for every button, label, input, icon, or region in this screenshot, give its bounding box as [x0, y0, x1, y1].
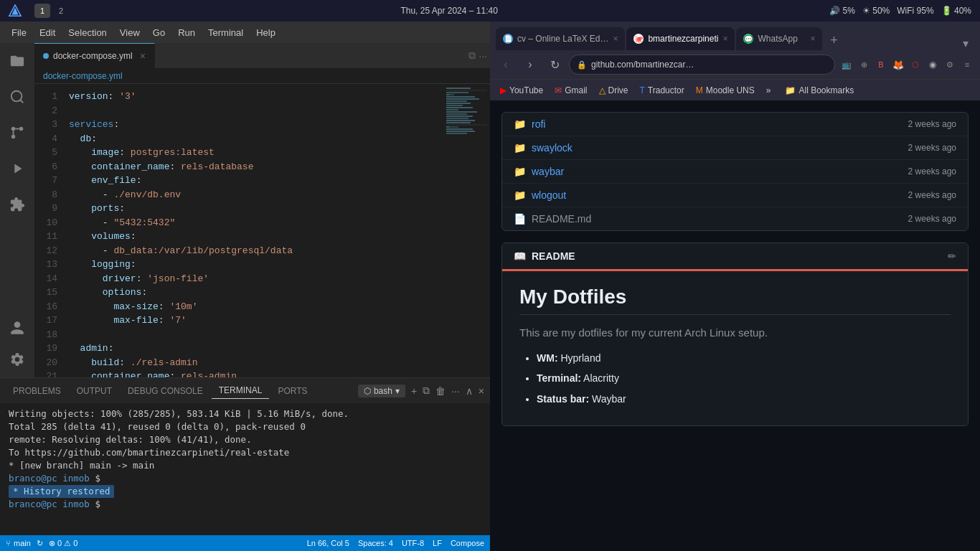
bookmark-traductor[interactable]: T Traductor	[636, 84, 689, 97]
menu-terminal[interactable]: Terminal	[202, 24, 249, 41]
shell-dropdown-icon[interactable]: ▾	[395, 386, 400, 396]
back-button[interactable]: ‹	[496, 55, 516, 75]
file-name-rofi: rofi	[532, 118, 908, 130]
lastpass-icon[interactable]: ⬡	[908, 57, 923, 72]
run-debug-icon[interactable]	[5, 156, 29, 181]
bookmark-traductor-label: Traductor	[648, 85, 684, 95]
bookmark-more[interactable]: »	[762, 84, 776, 97]
ext-circle-icon[interactable]: ◉	[925, 57, 940, 72]
github-tab-close[interactable]: ×	[722, 34, 727, 44]
workspace-tab-1[interactable]: 1	[34, 4, 50, 18]
readme-list-item-statusbar: Status bar: Waybar	[537, 391, 951, 407]
bookmark-drive[interactable]: △ Drive	[595, 84, 633, 97]
file-row-rofi[interactable]: 📁 rofi 2 weeks ago	[502, 113, 968, 136]
source-control-icon[interactable]	[5, 121, 29, 145]
more-actions-icon[interactable]: ···	[479, 50, 487, 62]
activity-bar-bottom	[5, 316, 29, 372]
workspace-tabs[interactable]: 1 2	[34, 4, 69, 18]
menu-help[interactable]: Help	[250, 24, 281, 41]
status-bar-right: Ln 66, Col 5 Spaces: 4 UTF-8 LF Compose	[307, 539, 484, 547]
battery-indicator: 🔋 40%	[941, 6, 971, 16]
folder-icon-rofi: 📁	[514, 118, 526, 130]
file-name-readme: README.md	[532, 213, 908, 225]
terminal-actions: ⬡ bash ▾ + ⧉ 🗑 ··· ∧ ×	[358, 385, 484, 397]
code-content[interactable]: version: '3' services: db: image: postgr…	[63, 84, 443, 377]
bookmark-gmail[interactable]: ✉ Gmail	[550, 84, 591, 97]
readme-edit-button[interactable]: ✏	[948, 250, 956, 262]
file-row-waybar[interactable]: 📁 waybar 2 weeks ago	[502, 160, 968, 184]
browser-tab-whatsapp[interactable]: 💬 WhatsApp ×	[736, 27, 822, 50]
tab-ports[interactable]: PORTS	[270, 383, 314, 399]
metamask-icon[interactable]: 🦊	[891, 57, 905, 72]
file-date-swaylock: 2 weeks ago	[908, 143, 956, 153]
accounts-icon[interactable]	[5, 316, 29, 340]
file-date-wlogout: 2 weeks ago	[908, 190, 956, 200]
brave-icon[interactable]: B	[874, 57, 888, 72]
folder-icon: 📁	[785, 85, 796, 95]
file-date-waybar: 2 weeks ago	[908, 166, 956, 176]
terminal-line-5: * [new branch] main -> main	[9, 459, 481, 472]
close-terminal-icon[interactable]: ×	[479, 385, 484, 397]
browser-menu-icon[interactable]: ≡	[960, 57, 974, 72]
file-row-wlogout[interactable]: 📁 wlogout 2 weeks ago	[502, 184, 968, 207]
menu-selection[interactable]: Selection	[62, 24, 112, 41]
reload-button[interactable]: ↻	[545, 55, 565, 75]
zoom-icon[interactable]: ⊕	[857, 57, 871, 72]
tab-close-button[interactable]: ×	[140, 50, 146, 62]
extensions-icon[interactable]	[5, 192, 29, 217]
search-icon[interactable]	[5, 85, 29, 109]
menu-file[interactable]: File	[6, 24, 32, 41]
bash-icon: ⬡	[364, 386, 371, 396]
brightness-indicator: ☀ 50%	[862, 6, 890, 16]
wifi-indicator: WiFi 95%	[897, 6, 933, 16]
tab-terminal[interactable]: TERMINAL	[212, 382, 270, 399]
maximize-terminal-icon[interactable]: ∧	[466, 385, 473, 397]
tab-problems[interactable]: PROBLEMS	[6, 383, 68, 399]
file-row-readme[interactable]: 📄 README.md 2 weeks ago	[502, 207, 968, 230]
menu-run[interactable]: Run	[172, 24, 201, 41]
new-tab-button[interactable]: +	[824, 30, 844, 50]
menu-edit[interactable]: Edit	[34, 24, 61, 41]
split-editor-icon[interactable]: ⧉	[468, 50, 476, 62]
forward-button[interactable]: ›	[520, 55, 540, 75]
whatsapp-tab-label: WhatsApp	[758, 34, 797, 44]
whatsapp-tab-close[interactable]: ×	[810, 34, 815, 44]
more-terminal-icon[interactable]: ···	[451, 385, 460, 397]
terminal-content[interactable]: Writing objects: 100% (285/285), 583.14 …	[0, 403, 490, 535]
editor-tab-docker-compose[interactable]: docker-compose.yml ×	[34, 43, 155, 68]
terminal-line-3: remote: Resolving deltas: 100% (41/41), …	[9, 433, 481, 446]
split-terminal-icon[interactable]: ⧉	[423, 385, 430, 397]
readme-list-item-terminal: Terminal: Alacritty	[537, 370, 951, 386]
delete-terminal-icon[interactable]: 🗑	[435, 385, 446, 397]
browser-content[interactable]: 📁 rofi 2 weeks ago 📁 swaylock 2 weeks ag…	[490, 100, 980, 551]
menu-go[interactable]: Go	[147, 24, 171, 41]
readme-description: This are my dotfiles for my current Arch…	[519, 326, 951, 339]
git-branch-indicator[interactable]: ⑂ main	[6, 539, 31, 547]
add-terminal-icon[interactable]: +	[411, 385, 417, 397]
url-bar[interactable]: 🔒 github.com/bmartinezcar…	[569, 55, 835, 75]
github-file-browser: 📁 rofi 2 weeks ago 📁 swaylock 2 weeks ag…	[490, 112, 980, 426]
bookmark-youtube[interactable]: ▶ YouTube	[496, 84, 547, 97]
latex-tab-close[interactable]: ×	[613, 34, 618, 44]
settings-cog-icon[interactable]: ⚙	[943, 57, 957, 72]
settings-icon[interactable]	[5, 347, 29, 372]
browser-tab-github[interactable]: 🐙 bmartinezcarpineti ×	[626, 27, 735, 50]
github-tab-icon: 🐙	[633, 34, 644, 44]
readme-title: 📖 README	[514, 250, 575, 262]
tab-list-icon[interactable]: ▾	[963, 37, 969, 50]
screenshare-icon[interactable]: 📺	[839, 57, 854, 72]
bookmark-all[interactable]: 📁 All Bookmarks	[781, 84, 858, 97]
explorer-icon[interactable]	[5, 49, 29, 73]
tab-output[interactable]: OUTPUT	[70, 383, 119, 399]
system-bar-left: 1 2	[9, 4, 69, 18]
git-branch-icon: ⑂	[6, 539, 11, 547]
workspace-tab-2[interactable]: 2	[53, 4, 69, 18]
menu-view[interactable]: View	[114, 24, 146, 41]
browser-tab-latex[interactable]: 📄 cv – Online LaTeX Ed… ×	[496, 27, 625, 50]
tab-debug-console[interactable]: DEBUG CONSOLE	[121, 383, 210, 399]
code-editor[interactable]: 12345 678910 1112131415 1617181920 2122 …	[34, 84, 490, 377]
bash-shell-label[interactable]: ⬡ bash ▾	[358, 385, 405, 397]
file-row-swaylock[interactable]: 📁 swaylock 2 weeks ago	[502, 136, 968, 160]
bookmark-moodle[interactable]: M Moodle UNS	[692, 84, 759, 97]
readme-title-label: README	[532, 250, 575, 262]
